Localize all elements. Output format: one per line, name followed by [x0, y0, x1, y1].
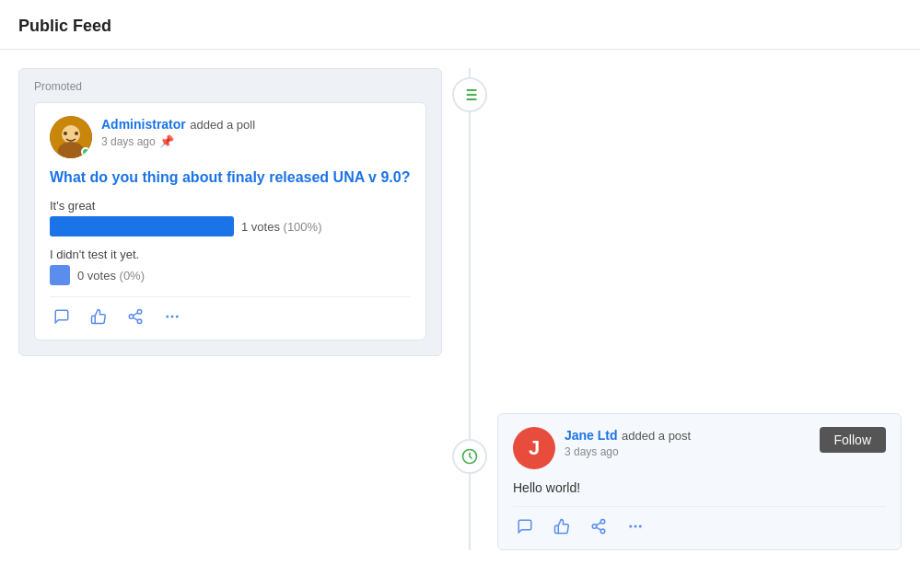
- promoted-card: Promoted: [18, 68, 442, 356]
- post-author-name[interactable]: Administrator: [101, 117, 186, 132]
- like-button[interactable]: [87, 306, 111, 327]
- share-button[interactable]: [123, 306, 147, 327]
- online-indicator: [81, 147, 90, 156]
- avatar: [50, 116, 92, 158]
- jane-card: J Jane Ltd added a post 3 days ago Follo: [497, 413, 902, 550]
- svg-point-20: [600, 520, 605, 525]
- svg-line-9: [133, 313, 137, 316]
- svg-point-6: [129, 315, 134, 319]
- jane-share-button[interactable]: [587, 516, 611, 536]
- jane-author-name[interactable]: Jane Ltd: [565, 428, 618, 443]
- post-inner: Administrator added a poll 3 days ago 📌 …: [34, 102, 426, 340]
- poll-option-2: I didn't test it yet. 0 votes (0%): [50, 248, 411, 285]
- promoted-label: Promoted: [34, 80, 426, 93]
- timeline-line: [469, 68, 471, 550]
- post-author-line: Administrator added a poll: [101, 116, 411, 133]
- svg-line-8: [133, 318, 137, 321]
- svg-point-7: [137, 319, 142, 324]
- jane-action-text: added a post: [622, 429, 691, 443]
- svg-point-12: [176, 316, 179, 318]
- post-header: Administrator added a poll 3 days ago 📌: [50, 116, 411, 158]
- jane-author-line: Jane Ltd added a post: [565, 427, 820, 444]
- svg-point-5: [137, 310, 142, 315]
- jane-post-time: 3 days ago: [565, 445, 820, 458]
- poll-votes-1: 1 votes (100%): [241, 220, 321, 234]
- page-title: Public Feed: [18, 17, 902, 36]
- poll-option-1: It's great 1 votes (100%): [50, 199, 411, 236]
- follow-button[interactable]: Follow: [820, 427, 886, 453]
- poll-title[interactable]: What do you thing about finaly released …: [50, 167, 411, 188]
- svg-point-21: [592, 525, 597, 529]
- jane-comment-button[interactable]: [513, 516, 537, 536]
- poll-bar-empty: [50, 265, 70, 285]
- svg-point-3: [64, 132, 67, 135]
- svg-point-4: [75, 132, 78, 135]
- svg-line-24: [596, 523, 600, 525]
- svg-point-27: [639, 525, 642, 528]
- post-actions: [50, 296, 411, 327]
- jane-more-button[interactable]: [623, 516, 647, 536]
- post-time: 3 days ago 📌: [101, 134, 411, 148]
- post-action-text: added a poll: [190, 118, 255, 132]
- svg-point-22: [600, 529, 605, 534]
- svg-point-26: [635, 525, 637, 528]
- poll-bar-full: [50, 216, 234, 236]
- jane-header: J Jane Ltd added a post 3 days ago Follo: [513, 427, 886, 469]
- jane-like-button[interactable]: [550, 516, 574, 536]
- poll-option-1-label: It's great: [50, 199, 411, 213]
- svg-point-10: [166, 316, 169, 318]
- timeline-column: [442, 68, 497, 550]
- jane-post-actions: [513, 506, 886, 536]
- jane-avatar: J: [513, 427, 555, 469]
- svg-point-11: [171, 316, 174, 318]
- poll-bar-container-1: 1 votes (100%): [50, 216, 411, 236]
- poll-option-2-label: I didn't test it yet.: [50, 248, 411, 261]
- jane-post-content: Hello world!: [513, 480, 886, 495]
- svg-line-23: [596, 527, 600, 530]
- timeline-icon-list: [452, 77, 487, 112]
- post-meta: Administrator added a poll 3 days ago 📌: [101, 116, 411, 148]
- jane-meta: Jane Ltd added a post 3 days ago: [565, 427, 820, 458]
- poll-votes-2: 0 votes (0%): [77, 269, 145, 282]
- timeline-icon-clock: [452, 439, 487, 474]
- svg-point-25: [629, 525, 632, 528]
- pin-icon: 📌: [159, 134, 174, 148]
- comment-button[interactable]: [50, 306, 74, 327]
- right-column: J Jane Ltd added a post 3 days ago Follo: [497, 68, 902, 550]
- poll-bar-container-2: 0 votes (0%): [50, 265, 411, 285]
- more-button[interactable]: [160, 306, 184, 327]
